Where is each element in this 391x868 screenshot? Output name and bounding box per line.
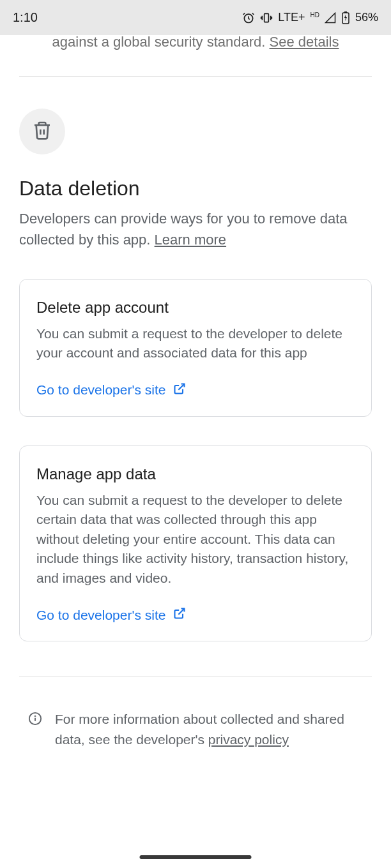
developer-site-link[interactable]: Go to developer's site [36,382,186,398]
section-title: Data deletion [19,177,372,200]
svg-rect-3 [344,11,347,13]
svg-point-5 [35,716,36,717]
trash-icon [32,120,52,143]
card-title: Manage app data [36,465,355,483]
network-sub-label: HD [310,11,319,19]
manage-data-card: Manage app data You can submit a request… [19,445,372,641]
footer-text: For more information about collected and… [55,709,363,749]
status-bar: 1:10 LTE+ HD 56% [0,0,391,35]
alarm-icon [242,11,255,24]
home-indicator[interactable] [140,855,252,859]
partial-prev-section: against a global security standard. See … [19,35,372,57]
info-icon [28,712,42,728]
network-label: LTE+ [278,11,305,24]
battery-label: 56% [355,11,378,24]
divider [19,677,372,677]
external-link-icon [173,607,186,623]
section-description: Developers can provide ways for you to r… [19,208,372,250]
section-icon-circle [19,108,65,154]
learn-more-link[interactable]: Learn more [155,232,227,248]
status-right: LTE+ HD 56% [242,11,378,24]
card-title: Delete app account [36,299,355,317]
see-details-link[interactable]: See details [270,35,339,50]
battery-icon [341,11,350,24]
delete-account-card: Delete app account You can submit a requ… [19,279,372,417]
card-description: You can submit a request to the develope… [36,324,355,363]
status-time: 1:10 [13,10,38,25]
footer-info: For more information about collected and… [19,709,372,749]
divider [19,76,372,77]
main-content: against a global security standard. See … [0,35,391,868]
external-link-icon [173,382,186,398]
privacy-policy-link[interactable]: privacy policy [208,732,289,747]
vibrate-icon [260,11,273,24]
card-description: You can submit a request to the develope… [36,491,355,588]
svg-rect-1 [264,13,269,22]
signal-icon [325,12,336,24]
developer-site-link[interactable]: Go to developer's site [36,607,186,623]
